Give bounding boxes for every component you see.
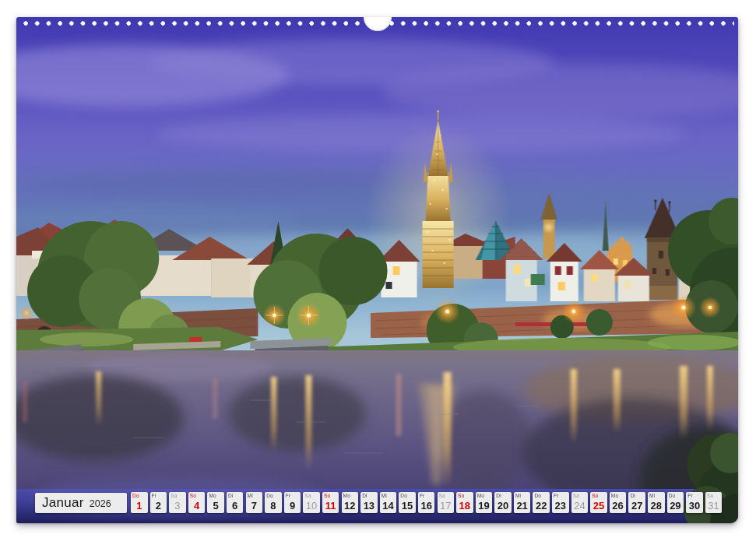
day-number: 27: [628, 500, 645, 512]
day-cell: Fr 23: [552, 492, 569, 513]
day-number: 20: [494, 500, 512, 512]
weekday-abbr: So: [190, 494, 196, 499]
weekday-abbr: Di: [228, 494, 234, 499]
weekday-abbr: Mi: [649, 494, 655, 499]
day-cell: Fr 9: [284, 492, 301, 513]
day-cell: Do 29: [667, 492, 684, 513]
day-number: 12: [342, 500, 359, 512]
red-bench: [189, 337, 202, 342]
day-cells: Do 1 Fr 2 Sa 3 So 4 Mo 5 Di 6 Mi 7 Do 8 …: [131, 492, 722, 513]
day-cell: Do 15: [399, 492, 416, 513]
day-number: 19: [476, 500, 493, 512]
day-number: 14: [380, 500, 397, 512]
month-cell: Januar 2026: [35, 493, 127, 513]
weekday-abbr: Mi: [515, 494, 521, 499]
day-number: 22: [533, 500, 550, 512]
weekday-abbr: Di: [496, 494, 501, 499]
weekday-abbr: Di: [362, 494, 367, 499]
day-number: 13: [360, 500, 378, 512]
weekday-abbr: So: [592, 494, 598, 499]
day-number: 21: [514, 500, 531, 512]
weekday-abbr: Fr: [554, 494, 559, 499]
day-cell: Mi 7: [246, 492, 263, 513]
year-label: 2026: [90, 498, 111, 509]
weekday-abbr: Mi: [248, 494, 253, 499]
day-number: 11: [322, 500, 339, 512]
date-strip: Januar 2026 Do 1 Fr 2 Sa 3 So 4 Mo 5 Di …: [16, 489, 738, 523]
day-cell: Mi 28: [648, 492, 665, 513]
day-number: 29: [667, 500, 684, 512]
day-cell: So 25: [590, 492, 607, 513]
day-cell: Mo 26: [610, 492, 627, 513]
day-cell: Fr 2: [150, 492, 167, 513]
day-cell: Do 8: [265, 492, 282, 513]
weekday-abbr: Sa: [439, 494, 445, 499]
day-number: 23: [552, 500, 569, 512]
weekday-abbr: Sa: [707, 494, 713, 499]
weekday-abbr: So: [458, 494, 464, 499]
weekday-abbr: Mi: [382, 494, 387, 499]
day-cell: Mi 14: [380, 492, 397, 513]
weekday-abbr: Mo: [209, 494, 216, 499]
day-number: 15: [399, 500, 416, 512]
day-cell: Sa 24: [571, 492, 589, 513]
weekday-abbr: Do: [400, 494, 407, 499]
day-number: 18: [456, 500, 473, 512]
day-number: 1: [131, 500, 148, 512]
month-label: Januar: [42, 493, 84, 513]
day-number: 10: [303, 500, 320, 512]
day-number: 17: [438, 500, 455, 512]
day-cell: Di 13: [360, 492, 378, 513]
day-cell: Sa 17: [438, 492, 455, 513]
day-cell: So 4: [188, 492, 206, 513]
day-cell: Mi 21: [514, 492, 531, 513]
weekday-abbr: Mo: [611, 494, 618, 499]
weekday-abbr: So: [324, 494, 330, 499]
day-cell: Di 20: [494, 492, 512, 513]
day-cell: Di 27: [628, 492, 645, 513]
day-number: 5: [207, 500, 224, 512]
day-number: 2: [150, 500, 167, 512]
day-cell: Sa 10: [303, 492, 320, 513]
ulm-skyline-photo: [16, 17, 738, 523]
weekday-abbr: Fr: [286, 494, 291, 499]
weekday-abbr: Fr: [687, 494, 693, 499]
calendar-product-shot: Januar 2026 Do 1 Fr 2 Sa 3 So 4 Mo 5 Di …: [0, 0, 756, 545]
day-cell: Di 6: [227, 492, 244, 513]
day-cell: Do 1: [131, 492, 148, 513]
weekday-abbr: Sa: [304, 494, 311, 499]
day-cell: Mo 19: [476, 492, 493, 513]
day-number: 6: [227, 500, 244, 512]
day-number: 28: [648, 500, 665, 512]
day-number: 16: [418, 500, 435, 512]
day-cell: Do 22: [533, 492, 550, 513]
day-cell: So 11: [322, 492, 339, 513]
day-number: 25: [590, 500, 607, 512]
day-number: 3: [169, 500, 186, 512]
weekday-abbr: Do: [132, 494, 139, 499]
weekday-abbr: Fr: [152, 494, 157, 499]
day-number: 24: [571, 500, 589, 512]
calendar-page: Januar 2026 Do 1 Fr 2 Sa 3 So 4 Mo 5 Di …: [16, 17, 738, 523]
day-cell: Mo 12: [342, 492, 359, 513]
weekday-abbr: Do: [266, 494, 273, 499]
weekday-abbr: Sa: [171, 494, 177, 499]
day-number: 4: [188, 500, 206, 512]
day-cell: So 18: [456, 492, 473, 513]
day-cell: Fr 30: [686, 492, 703, 513]
day-number: 7: [246, 500, 263, 512]
weekday-abbr: Fr: [420, 494, 425, 499]
weekday-abbr: Sa: [573, 494, 579, 499]
day-cell: Mo 5: [207, 492, 224, 513]
day-cell: Sa 3: [169, 492, 186, 513]
day-number: 26: [610, 500, 627, 512]
weekday-abbr: Do: [534, 494, 541, 499]
day-cell: Sa 31: [705, 492, 723, 513]
weekday-abbr: Di: [630, 494, 635, 499]
weekday-abbr: Do: [669, 494, 676, 499]
day-cell: Fr 16: [418, 492, 435, 513]
day-number: 8: [265, 500, 282, 512]
day-number: 9: [284, 500, 301, 512]
day-number: 30: [686, 500, 703, 512]
day-number: 31: [705, 500, 723, 512]
